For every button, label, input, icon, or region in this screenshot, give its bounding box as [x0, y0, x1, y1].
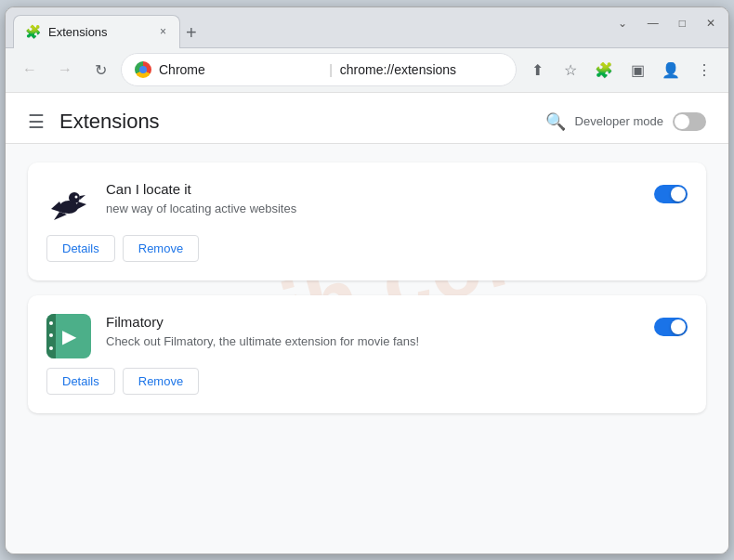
- filmatory-icon: [46, 314, 91, 358]
- chrome-label: Chrome: [159, 62, 321, 77]
- page-title: Extensions: [59, 110, 160, 134]
- can-locate-it-toggle[interactable]: [654, 185, 688, 203]
- strip-dot: [49, 346, 53, 350]
- bookmark-icon-button[interactable]: ☆: [556, 55, 585, 85]
- maximize-button[interactable]: □: [675, 15, 689, 32]
- extensions-icon-button[interactable]: 🧩: [589, 55, 619, 85]
- filmatory-description: Check out Filmatory, the ultimate extens…: [106, 333, 639, 350]
- close-button[interactable]: ✕: [702, 15, 719, 32]
- address-separator: |: [329, 62, 333, 77]
- extension-card-filmatory: Filmatory Check out Filmatory, the ultim…: [28, 295, 706, 413]
- can-locate-it-description: new way of locating active websites: [106, 201, 639, 217]
- toolbar-actions: ⬆ ☆ 🧩 ▣ 👤 ⋮: [522, 55, 719, 85]
- search-icon-button[interactable]: 🔍: [545, 111, 566, 132]
- forward-button[interactable]: →: [50, 55, 80, 85]
- header-right: 🔍 Developer mode: [545, 111, 706, 132]
- new-tab-button[interactable]: +: [186, 22, 197, 44]
- dropdown-icon[interactable]: ⌄: [614, 15, 631, 32]
- can-locate-it-info: Can I locate it new way of locating acti…: [106, 181, 639, 217]
- refresh-button[interactable]: ↻: [85, 55, 115, 85]
- title-bar: 🧩 Extensions × + ⌄ — □ ✕: [6, 7, 728, 48]
- filmatory-icon-shape: [46, 314, 91, 358]
- can-locate-it-details-button[interactable]: Details: [46, 235, 115, 262]
- svg-marker-2: [80, 195, 85, 200]
- extension-card-can-locate-it: Can I locate it new way of locating acti…: [28, 163, 706, 280]
- chrome-logo-icon: [135, 61, 151, 78]
- tab-close-button[interactable]: ×: [158, 23, 168, 40]
- active-tab: 🧩 Extensions ×: [13, 15, 180, 48]
- extensions-header: ☰ Extensions 🔍 Developer mode: [6, 93, 728, 144]
- browser-window: 🧩 Extensions × + ⌄ — □ ✕ ← → ↻ Chrome | …: [5, 7, 729, 554]
- filmatory-remove-button[interactable]: Remove: [123, 368, 199, 395]
- svg-point-6: [75, 195, 78, 198]
- address-url: chrome://extensions: [340, 62, 503, 77]
- header-left: ☰ Extensions: [28, 110, 160, 134]
- filmatory-name: Filmatory: [106, 314, 639, 330]
- can-locate-it-actions: Details Remove: [46, 235, 688, 262]
- page-content: ☰ Extensions 🔍 Developer mode 🔍 riajh.co…: [6, 93, 728, 553]
- filmatory-icon-strip: [46, 314, 56, 358]
- card-top: Can I locate it new way of locating acti…: [46, 181, 688, 226]
- filmatory-toggle[interactable]: [654, 318, 688, 336]
- can-locate-it-icon: [46, 181, 91, 226]
- profile-icon-button[interactable]: 👤: [656, 55, 686, 85]
- menu-icon-button[interactable]: ⋮: [689, 55, 719, 85]
- strip-dot: [49, 333, 53, 337]
- developer-mode-label: Developer mode: [575, 114, 663, 128]
- card-top-filmatory: Filmatory Check out Filmatory, the ultim…: [46, 314, 688, 358]
- developer-mode-toggle[interactable]: [673, 112, 706, 131]
- address-bar[interactable]: Chrome | chrome://extensions: [121, 53, 517, 86]
- tab-extension-icon: 🧩: [25, 24, 41, 39]
- sidebar-menu-icon[interactable]: ☰: [28, 111, 45, 133]
- filmatory-actions: Details Remove: [46, 368, 688, 395]
- share-icon-button[interactable]: ⬆: [522, 55, 552, 85]
- filmatory-info: Filmatory Check out Filmatory, the ultim…: [106, 314, 639, 350]
- extensions-list: 🔍 riajh.com: [6, 144, 728, 432]
- can-locate-it-name: Can I locate it: [106, 181, 639, 197]
- can-locate-it-remove-button[interactable]: Remove: [123, 235, 199, 262]
- strip-dot: [49, 321, 53, 325]
- minimize-button[interactable]: —: [644, 15, 662, 32]
- browser-toolbar: ← → ↻ Chrome | chrome://extensions ⬆ ☆ 🧩…: [6, 48, 728, 93]
- filmatory-details-button[interactable]: Details: [46, 368, 115, 395]
- back-button[interactable]: ←: [15, 55, 45, 85]
- tab-title: Extensions: [48, 25, 151, 39]
- tab-grid-icon-button[interactable]: ▣: [623, 55, 652, 85]
- window-controls: ⌄ — □ ✕: [614, 15, 719, 32]
